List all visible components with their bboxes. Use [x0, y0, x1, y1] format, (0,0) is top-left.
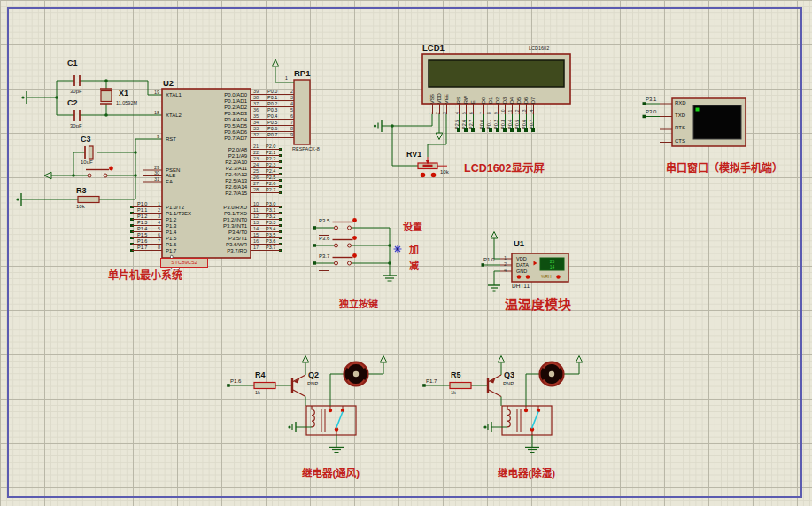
capacitor-c2[interactable]	[74, 110, 80, 121]
rv1-increase-dot[interactable]	[431, 173, 437, 178]
pin-number: 26	[253, 175, 259, 181]
pin-name: D2	[495, 89, 500, 104]
schematic-graphics	[0, 0, 812, 506]
respack-pin-number: 9	[290, 133, 293, 138]
pin-wire-row[interactable]: 34 P0.5 7	[252, 120, 294, 126]
pin-name: P1.3	[166, 223, 191, 230]
virtual-terminal[interactable]	[643, 98, 746, 146]
respack-pin-number: 6	[290, 114, 293, 120]
pin-number: 4	[498, 268, 507, 274]
relay-fan-circuit[interactable]	[227, 356, 387, 453]
crystal-x1[interactable]	[100, 89, 112, 104]
pin-number: 8	[486, 105, 491, 114]
pin-number: 1	[158, 202, 160, 207]
pin-number: 5	[461, 105, 467, 114]
pin-wire-row[interactable]: 15 P3.5	[252, 232, 280, 238]
pin-wire-row[interactable]: P1.2 3	[132, 214, 162, 220]
net-label: P1.7	[137, 245, 147, 251]
pin-name: RXD	[675, 100, 686, 113]
net-label: P1.4	[137, 227, 147, 232]
pin-wire-row[interactable]: 14 P3.4	[252, 226, 280, 232]
pin-number: 17	[253, 245, 259, 251]
pin-wire-row[interactable]: 24 P2.3	[252, 162, 280, 168]
net-label: P0.7	[529, 115, 534, 129]
respack-pin-number: 4	[290, 102, 293, 107]
pin-name: P3.6/WR	[199, 242, 247, 248]
pin-number: 14	[529, 105, 534, 114]
dht-rh-unit: %RH	[541, 274, 552, 279]
pin-wire-row[interactable]: P1.5 6	[132, 232, 162, 238]
pin-wire-row[interactable]: 21 P2.0	[252, 144, 280, 150]
pin-number: 6	[468, 105, 474, 114]
pin-wire-row[interactable]: 35 P0.4 6	[252, 113, 294, 120]
pin-wire-row[interactable]: P1.7 8	[132, 245, 162, 251]
pin-name: RW	[463, 89, 468, 104]
pin-name: D0	[481, 89, 486, 104]
pin-wire-row[interactable]: 16 P3.6	[252, 238, 280, 245]
pin-wire-row[interactable]: 36 P0.3 5	[252, 107, 294, 113]
pin-number: 10	[500, 105, 506, 114]
capacitor-c1[interactable]	[74, 75, 80, 86]
pin-wire-row[interactable]: 12 P3.2	[252, 214, 280, 220]
pin-wire-row[interactable]: 38 P0.1 3	[252, 95, 294, 101]
pin-wire-row[interactable]: 23 P2.2	[252, 156, 280, 162]
pin-name: RS	[456, 89, 461, 104]
dht-part: DHT11	[512, 283, 530, 289]
pin-name: P1.5	[166, 236, 191, 242]
lcd-pin-column[interactable]: VEE 3	[443, 89, 450, 135]
pin-number: 6	[158, 233, 160, 238]
pin-wire-row[interactable]: 22 P2.1	[252, 150, 280, 156]
pin-name: P0.2/AD2	[199, 105, 247, 111]
mcu-ctrl-pin-numbers: 293031	[145, 165, 159, 183]
pin-wire-row[interactable]: 37 P0.2 4	[252, 101, 294, 107]
net-label: P2.1	[266, 151, 275, 156]
pin-name-xtal2: XTAL2	[166, 113, 182, 119]
schematic-canvas[interactable]: C1 30pF C2 30pF X1 11.0592M C3 10uF R3 1…	[0, 0, 812, 506]
net-label: P3.6	[319, 236, 329, 253]
pin-wire-row[interactable]: 28 P2.7	[252, 187, 280, 193]
pin-number: 2	[498, 261, 507, 268]
net-label: P2.0	[266, 144, 275, 150]
pin-wire-row[interactable]: 17 P3.7	[252, 245, 280, 251]
pin-wire-row[interactable]: 27 P2.6	[252, 181, 280, 187]
pin-wire-row[interactable]: P1.1 2	[132, 207, 162, 214]
pin-wire-row[interactable]: 33 P0.6 8	[252, 126, 294, 132]
wire-terminal	[531, 128, 535, 132]
lcd-pin-column[interactable]: D7 14 P0.7	[530, 89, 537, 135]
pin-wire-row[interactable]: 26 P2.5	[252, 175, 280, 181]
pin-wire-row[interactable]: 39 P0.0 2	[252, 89, 294, 95]
rv1-decrease-dot[interactable]	[421, 173, 426, 178]
pin-number: 11	[507, 105, 513, 114]
pin-name: P3.3/INT1	[199, 223, 247, 230]
pin-wire-row[interactable]: 25 P2.4	[252, 168, 280, 175]
keys-ground-bus	[383, 228, 397, 281]
capacitor-c3[interactable]	[85, 146, 93, 159]
pin-wire-row[interactable]: 32 P0.7 9	[252, 132, 294, 138]
mcu-ref: U2	[163, 79, 174, 88]
terminal-pin-names: RXDTXDRTSCTS	[675, 100, 686, 152]
pin-wire-row[interactable]: P1.4 5	[132, 226, 162, 232]
pin-number: 38	[253, 96, 259, 101]
pin-name: P0.3/AD3	[199, 111, 247, 117]
q2-ref: Q2	[308, 371, 319, 379]
relay-dehumidify-circuit[interactable]	[422, 356, 583, 453]
pin-number: 34	[253, 121, 259, 126]
resistor-r3[interactable]	[78, 197, 99, 203]
pin-number: 13	[522, 105, 527, 114]
net-label-relay-fan: P1.6	[230, 378, 241, 384]
pin-wire-row[interactable]: P1.0 1	[132, 201, 162, 207]
pin-wire-row[interactable]: 10 P3.0	[252, 201, 280, 207]
pin-name: D4	[509, 89, 514, 104]
net-label: P1.0	[137, 202, 147, 207]
pin-wire-row[interactable]: 11 P3.1	[252, 207, 280, 214]
net-label: P3.5	[319, 218, 329, 236]
pin-name: P3.2/INT0	[199, 217, 247, 223]
pin-wire-row[interactable]: 13 P3.3	[252, 220, 280, 226]
x1-value: 11.0592M	[116, 100, 137, 105]
lcd-pin-column[interactable]: E 6 P2.7	[469, 89, 476, 135]
wire-terminal	[524, 128, 528, 132]
pin-wire-row[interactable]: P1.3 4	[132, 220, 162, 226]
pin-number: 2	[158, 208, 160, 214]
pin-wire-row[interactable]: P1.6 7	[132, 238, 162, 245]
r5-value: 1k	[451, 390, 456, 395]
